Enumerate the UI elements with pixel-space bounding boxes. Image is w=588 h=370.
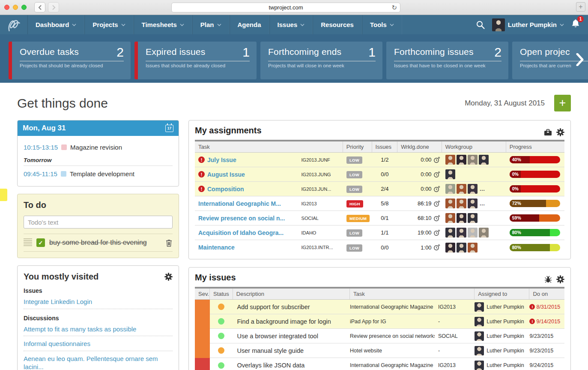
- visited-link[interactable]: Attempt to fit as many tasks as possible: [24, 322, 173, 337]
- column-header-task[interactable]: Task: [195, 141, 343, 152]
- drag-handle-icon[interactable]: [24, 238, 32, 247]
- avatar[interactable]: [468, 243, 478, 253]
- new-tab-button[interactable]: +: [576, 2, 585, 12]
- column-header-description[interactable]: Description: [233, 289, 350, 299]
- task-link[interactable]: Review presence on social n...: [198, 215, 285, 222]
- worklog-add-icon[interactable]: [433, 244, 440, 251]
- nav-item-dashboard[interactable]: Dashboard: [27, 15, 84, 34]
- issue-description[interactable]: Add support for subscriber: [233, 304, 349, 310]
- add-button[interactable]: +: [554, 95, 571, 111]
- todo-input[interactable]: [24, 216, 173, 229]
- column-header-issues[interactable]: Issues: [372, 141, 398, 152]
- browser-back-button[interactable]: [34, 2, 45, 12]
- avatar[interactable]: [479, 228, 489, 238]
- task-link[interactable]: Composition: [207, 186, 244, 193]
- task-link[interactable]: International Geographic M...: [198, 200, 281, 207]
- nav-item-tools[interactable]: Tools: [362, 15, 402, 34]
- avatar[interactable]: [457, 199, 466, 208]
- column-header-workgroup[interactable]: Workgroup: [442, 141, 506, 152]
- avatar[interactable]: [445, 199, 455, 208]
- avatar[interactable]: [468, 184, 478, 194]
- avatar[interactable]: [445, 228, 455, 238]
- minimize-window-button[interactable]: [13, 5, 18, 10]
- avatar[interactable]: [445, 155, 455, 165]
- avatar[interactable]: [457, 243, 466, 253]
- calendar-icon[interactable]: 17: [165, 125, 173, 132]
- banner-card-expired-issues[interactable]: Expired issues 1 Issues that should be a…: [134, 42, 257, 79]
- avatar[interactable]: [445, 243, 455, 253]
- address-bar[interactable]: twproject.com ↻: [171, 3, 400, 12]
- avatar[interactable]: [445, 213, 455, 223]
- worklog-add-icon[interactable]: [433, 171, 440, 178]
- agenda-widget-header[interactable]: Mon, Aug 31 17: [18, 120, 179, 136]
- nav-item-plan[interactable]: Plan: [192, 15, 230, 34]
- avatar[interactable]: [468, 199, 478, 208]
- visited-link[interactable]: Integrate Linkedin Login: [24, 294, 173, 309]
- briefcase-icon[interactable]: [544, 129, 552, 136]
- search-icon[interactable]: [476, 20, 485, 30]
- avatar[interactable]: [457, 228, 466, 238]
- task-link[interactable]: Maintenance: [198, 244, 235, 251]
- avatar[interactable]: [457, 184, 466, 194]
- issue-description[interactable]: Overlays like JSON data: [233, 362, 349, 369]
- banner-card-forthcoming-ends[interactable]: Forthcoming ends 1 Projects that will cl…: [260, 42, 382, 79]
- issue-description[interactable]: Use a browser integrated tool: [233, 333, 349, 340]
- avatar[interactable]: [457, 213, 466, 223]
- column-header-assigned-to[interactable]: Assigned to: [475, 289, 529, 299]
- avatar[interactable]: [468, 213, 478, 223]
- worklog-add-icon[interactable]: [433, 156, 440, 163]
- column-header-do-on[interactable]: Do on: [529, 289, 564, 299]
- column-header-severity[interactable]: Sev.: [195, 289, 210, 299]
- banner-next-button[interactable]: [573, 51, 586, 69]
- avatar[interactable]: [468, 155, 478, 165]
- task-link[interactable]: Acquisition of Idaho Geogra...: [198, 229, 284, 236]
- feedback-tab[interactable]: [0, 189, 7, 201]
- close-window-button[interactable]: [4, 5, 9, 10]
- notifications-button[interactable]: 1: [571, 19, 580, 31]
- reload-icon[interactable]: ↻: [391, 4, 397, 11]
- task-link[interactable]: July Issue: [207, 156, 236, 163]
- banner-card-forthcoming-issues[interactable]: Forthcoming issues 2 Issues that have to…: [386, 42, 508, 79]
- nav-item-resources[interactable]: Resources: [313, 15, 362, 34]
- avatar[interactable]: [479, 155, 489, 165]
- task-link[interactable]: August Issue: [207, 171, 245, 178]
- avatar[interactable]: [457, 155, 466, 165]
- todo-checkbox[interactable]: ✓: [36, 238, 45, 247]
- bug-icon[interactable]: [544, 276, 552, 283]
- browser-forward-button[interactable]: [48, 2, 59, 12]
- worklog-add-icon[interactable]: [433, 229, 440, 236]
- zoom-window-button[interactable]: [21, 5, 27, 10]
- worklog-add-icon[interactable]: [433, 200, 440, 207]
- avatar: [475, 331, 484, 341]
- avatar[interactable]: [445, 169, 455, 179]
- agenda-event[interactable]: 09:45-11:15 Template development: [24, 168, 173, 180]
- task-code: IG2013.JUNG: [301, 172, 343, 177]
- avatar[interactable]: [468, 228, 478, 238]
- column-header-wrklgdone[interactable]: Wrklg.done: [397, 141, 442, 152]
- nav-item-issues[interactable]: Issues: [269, 15, 313, 34]
- gear-icon[interactable]: [556, 275, 564, 283]
- twproject-logo[interactable]: [0, 15, 27, 34]
- nav-item-projects[interactable]: Projects: [84, 15, 133, 34]
- banner-card-overdue-tasks[interactable]: Overdue tasks 2 Projects that should be …: [9, 42, 131, 79]
- issue-description[interactable]: User manual style guide: [233, 347, 349, 354]
- nav-item-timesheets[interactable]: Timesheets: [134, 15, 192, 34]
- more-members-ellipsis[interactable]: …: [480, 200, 486, 207]
- issue-description[interactable]: Find a background image for login: [233, 318, 349, 325]
- worklog-add-icon[interactable]: [433, 215, 440, 222]
- worklog-add-icon[interactable]: [433, 186, 440, 193]
- nav-item-agenda[interactable]: Agenda: [230, 15, 269, 34]
- more-members-ellipsis[interactable]: …: [480, 186, 486, 192]
- column-header-task[interactable]: Task: [350, 289, 475, 299]
- agenda-event[interactable]: 10:15-13:15 Magazine revision: [24, 141, 173, 153]
- user-menu[interactable]: Luther Pumpkin: [492, 18, 564, 31]
- trash-icon[interactable]: [165, 239, 173, 247]
- avatar[interactable]: [445, 184, 455, 194]
- column-header-priority[interactable]: Priority: [343, 141, 372, 152]
- visited-link[interactable]: Aenean eu leo quam. Pellentesque ornare …: [24, 351, 173, 370]
- visited-link[interactable]: Informal questionnaires: [24, 336, 173, 351]
- gear-icon[interactable]: [556, 128, 564, 136]
- gear-icon[interactable]: [164, 273, 173, 281]
- column-header-status[interactable]: Status: [210, 289, 233, 299]
- column-header-progress[interactable]: Progress: [506, 141, 564, 152]
